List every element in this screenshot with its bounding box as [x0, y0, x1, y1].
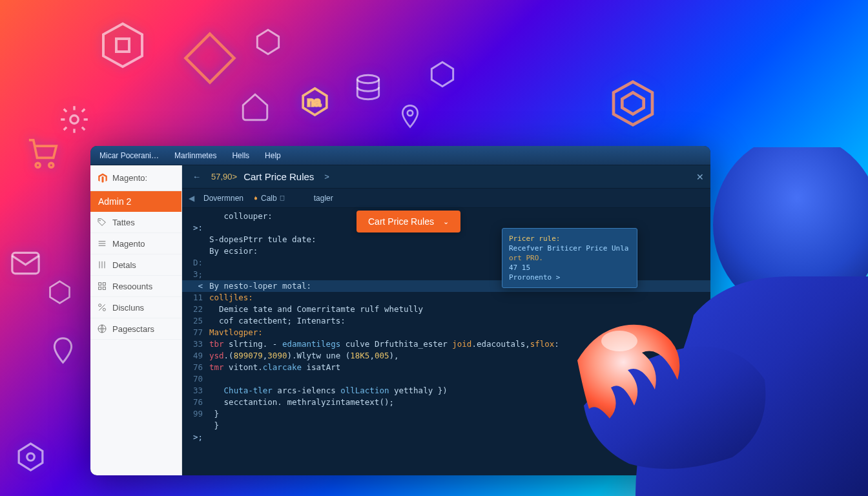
sidebar-item-discluns[interactable]: Discluns	[90, 297, 181, 318]
sidebar-item-label: Discluns	[112, 303, 144, 313]
svg-point-11	[70, 116, 79, 124]
sidebar-item-label: Pagesctars	[112, 324, 154, 334]
sidebar-item-details[interactable]: Detals	[90, 254, 181, 276]
main-panel: ← 57,90> Cart Price Rules > ✕ ◀ Dovermne…	[182, 165, 710, 475]
tab-prev-button[interactable]: ◀	[189, 194, 194, 203]
code-text: By ecsior:	[209, 245, 258, 257]
code-line[interactable]: 49ysd.(899079,3090).Wlytw une (18K5,005)…	[182, 350, 710, 362]
line-gutter: 99	[191, 408, 209, 420]
list-icon	[97, 238, 107, 249]
sidebar-item-label: Resoounts	[112, 282, 152, 291]
code-line[interactable]: 11colljles:	[182, 292, 710, 304]
line-gutter: 22	[191, 304, 209, 315]
code-line[interactable]: }	[182, 420, 710, 431]
grid-icon	[97, 281, 107, 291]
code-text: tmr vitont.clarcake isatArt	[209, 362, 340, 373]
sidebar-item-label: Detals	[112, 260, 136, 270]
code-text: collouper:	[209, 211, 273, 222]
sidebar-item-label: Magento	[112, 239, 145, 249]
line-gutter: 49	[191, 350, 209, 362]
menu-item[interactable]: Hells	[232, 151, 249, 160]
code-text: By nesto-loper motal:	[209, 280, 311, 292]
svg-point-13	[49, 163, 54, 167]
line-gutter: 11	[191, 292, 209, 304]
code-text: ysd.(899079,3090).Wlytw une (18K5,005),	[209, 350, 399, 362]
tab-dovermnen[interactable]: Dovermnen	[203, 194, 243, 203]
line-gutter	[191, 234, 209, 245]
svg-point-6	[357, 75, 378, 83]
chevron-down-icon: ⌄	[443, 218, 449, 226]
sliders-icon	[97, 260, 107, 270]
hover-tooltip: Pricer rule: Recefver Briticer Price Unl…	[502, 228, 637, 288]
svg-rect-26	[103, 283, 105, 285]
svg-marker-16	[19, 444, 43, 470]
line-gutter: 33	[191, 385, 209, 397]
code-text: Chuta-tler arcs-ielencs ollLaction yetth…	[209, 385, 448, 397]
code-line[interactable]: 99 }	[182, 408, 710, 420]
svg-point-18	[99, 220, 100, 221]
menu-item[interactable]: Help	[265, 151, 281, 160]
line-gutter	[191, 245, 209, 257]
svg-marker-2	[186, 34, 234, 83]
code-line[interactable]: 33 Chuta-tler arcs-ielencs ollLaction ye…	[182, 385, 710, 397]
sidebar-item-tattes[interactable]: Tattes	[90, 212, 181, 233]
line-gutter	[191, 420, 209, 431]
line-gutter: 25	[191, 315, 209, 327]
line-gutter: 76	[191, 397, 209, 408]
sidebar-item-pagesctars[interactable]: Pagesctars	[90, 318, 181, 340]
code-line[interactable]: 76tmr vitont.clarcake isatArt	[182, 362, 710, 373]
code-line[interactable]: 25 cof catectbent; Intenarts:	[182, 315, 710, 327]
sidebar-item-resoounts[interactable]: Resoounts	[90, 276, 181, 297]
breadcrumb-title: Cart Price Rules	[243, 171, 314, 182]
tab-calb[interactable]: Calb	[253, 194, 285, 203]
code-text: }	[209, 408, 219, 420]
svg-rect-27	[99, 287, 101, 289]
cart-price-rules-dropdown[interactable]: Cart Price Rules ⌄	[356, 211, 460, 232]
svg-text:na: na	[307, 95, 321, 108]
sidebar-header: Admin 2	[90, 191, 181, 212]
line-gutter: 33	[191, 338, 209, 350]
code-line[interactable]: >;	[182, 431, 710, 443]
code-text: }	[209, 420, 219, 431]
breadcrumb-number: 57,90>	[211, 172, 237, 181]
svg-point-29	[99, 304, 101, 307]
svg-point-12	[36, 163, 40, 167]
tab-tagler[interactable]: tagler	[314, 194, 333, 203]
svg-marker-15	[50, 282, 70, 304]
line-gutter	[191, 211, 209, 222]
menubar: Micar Pocerani… Marlinmetes Hells Help	[90, 146, 710, 165]
tag-icon	[97, 217, 107, 227]
close-button[interactable]: ✕	[696, 172, 704, 182]
svg-marker-9	[614, 82, 652, 125]
svg-marker-8	[431, 62, 453, 87]
code-line[interactable]: 77Mavtlogper:	[182, 327, 710, 338]
svg-rect-33	[280, 196, 284, 200]
nav-back-button[interactable]: ←	[189, 170, 205, 183]
menu-item[interactable]: Marlinmetes	[174, 151, 216, 160]
line-gutter: >:	[191, 222, 209, 234]
svg-rect-25	[99, 283, 101, 285]
code-text: S-dopesPtrr tule date:	[209, 234, 316, 245]
sidebar: Magento: Admin 2 Tattes Magento Detals R…	[90, 165, 182, 475]
line-gutter: >;	[191, 431, 209, 443]
svg-marker-0	[103, 24, 142, 67]
line-gutter: D:	[191, 257, 209, 269]
breadcrumb-bar: ← 57,90> Cart Price Rules > ✕	[182, 165, 710, 189]
code-line[interactable]: 33tbr slrting. - edamantilegs culve Drfu…	[182, 338, 710, 350]
percent-icon	[97, 302, 107, 313]
svg-marker-4	[303, 88, 327, 115]
svg-point-34	[713, 147, 868, 315]
svg-rect-14	[12, 253, 39, 273]
line-gutter: 3;	[191, 269, 209, 280]
nav-forward-button[interactable]: >	[320, 170, 333, 183]
code-line[interactable]: 70	[182, 373, 710, 385]
sidebar-item-magento[interactable]: Magento	[90, 233, 181, 254]
menu-item[interactable]: Micar Pocerani…	[99, 151, 159, 160]
code-line[interactable]: 22 Demice tate and Comerritamte rulf whe…	[182, 304, 710, 315]
code-line[interactable]: 76 secctantion. methralyzintametext();	[182, 397, 710, 408]
tab-bar: ◀ Dovermnen Calb tagler	[182, 189, 710, 208]
line-gutter: <	[191, 280, 209, 292]
svg-marker-10	[622, 92, 643, 114]
brand-logo: Magento:	[90, 165, 181, 191]
svg-rect-28	[103, 287, 105, 289]
